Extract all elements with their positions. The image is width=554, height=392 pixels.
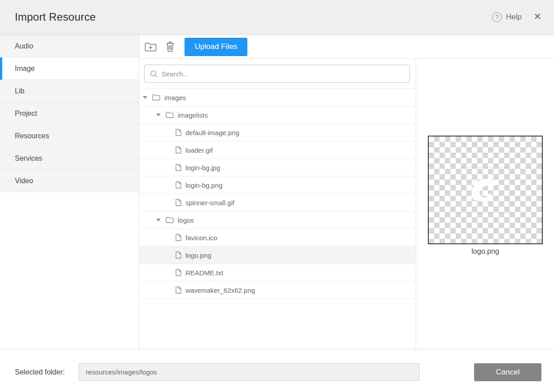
tree-row-logos[interactable]: logos	[139, 211, 416, 229]
tree-item-label: logos	[178, 216, 194, 224]
trash-icon	[166, 41, 175, 52]
preview-caption: logo.png	[428, 247, 543, 255]
selected-folder-label: Selected folder:	[15, 363, 65, 381]
tree-row-readme-txt[interactable]: README.txt	[139, 264, 416, 282]
file-icon	[176, 269, 181, 276]
tree-item-label: login-bg.jpg	[185, 164, 220, 172]
tree-row-login-bg-png[interactable]: login-bg.png	[139, 176, 416, 194]
upload-files-button[interactable]: Upload Files	[185, 38, 247, 56]
sidebar-item-video[interactable]: Video	[0, 170, 139, 192]
sidebar-item-audio[interactable]: Audio	[0, 35, 139, 57]
tree-item-label: logo.png	[185, 251, 211, 259]
sidebar-item-lib[interactable]: Lib	[0, 80, 139, 102]
file-icon	[176, 199, 181, 206]
tree-item-label: default-image.png	[185, 129, 239, 137]
tree-row-imagelists[interactable]: imagelists	[139, 106, 416, 124]
page-title: Import Resource	[15, 11, 96, 23]
dialog-footer: Selected folder: Cancel	[0, 349, 554, 392]
tree-row-default-image-png[interactable]: default-image.png	[139, 124, 416, 141]
file-tree: images imagelists default-image.png load…	[139, 89, 416, 299]
tree-item-label: favicon.ico	[185, 234, 217, 242]
delete-button[interactable]	[166, 41, 175, 52]
selected-folder-input[interactable]	[79, 363, 420, 381]
file-icon	[176, 286, 181, 294]
caret-down-icon[interactable]	[143, 96, 147, 99]
sidebar-item-label: Image	[15, 65, 35, 73]
tree-item-label: login-bg.png	[185, 181, 223, 189]
tree-item-label: imagelists	[178, 111, 208, 119]
sidebar-item-label: Video	[15, 177, 33, 185]
file-icon	[176, 234, 181, 241]
tree-item-label: spinner-small.gif	[185, 199, 234, 207]
sidebar-item-services[interactable]: Services	[0, 147, 139, 170]
file-tree-panel: images imagelists default-image.png load…	[139, 59, 416, 349]
file-icon	[176, 251, 181, 259]
sidebar-item-image[interactable]: Image	[0, 57, 139, 80]
tree-item-label: README.txt	[185, 269, 223, 277]
folder-icon	[152, 94, 160, 101]
sidebar-item-project[interactable]: Project	[0, 102, 139, 125]
search-bar	[139, 59, 416, 89]
help-icon: ?	[492, 12, 502, 22]
sidebar-item-label: Lib	[15, 87, 24, 95]
dialog-header: Import Resource ? Help ✕	[0, 0, 554, 35]
image-preview	[428, 136, 543, 244]
help-label: Help	[506, 13, 522, 22]
sidebar-item-label: Resources	[15, 132, 49, 140]
toolbar: Upload Files	[139, 35, 554, 59]
sidebar-item-label: Services	[15, 154, 42, 163]
sidebar-item-label: Audio	[15, 42, 33, 50]
tree-row-login-bg-jpg[interactable]: login-bg.jpg	[139, 159, 416, 176]
tree-item-label: loader.gif	[185, 146, 213, 154]
cancel-button[interactable]: Cancel	[474, 363, 541, 381]
preview-panel: logo.png	[416, 59, 554, 349]
folder-icon	[166, 217, 174, 223]
sidebar-item-label: Project	[15, 110, 37, 118]
folder-plus-icon	[145, 42, 157, 52]
help-button[interactable]: ? Help	[492, 12, 522, 22]
tree-row-logo-png[interactable]: logo.png	[139, 247, 416, 264]
caret-down-icon[interactable]	[156, 219, 161, 221]
tree-row-spinner-small-gif[interactable]: spinner-small.gif	[139, 194, 416, 211]
close-icon[interactable]: ✕	[533, 12, 541, 21]
file-icon	[176, 164, 181, 171]
tree-row-images[interactable]: images	[139, 89, 416, 106]
file-icon	[176, 129, 181, 136]
sidebar-item-resources[interactable]: Resources	[0, 125, 139, 147]
logo-image	[467, 173, 503, 207]
sidebar: Audio Image Lib Project Resources Servic…	[0, 35, 139, 349]
folder-icon	[166, 112, 174, 118]
tree-item-label: wavemaker_62x62.png	[185, 286, 255, 294]
new-folder-button[interactable]	[145, 42, 157, 52]
tree-item-label: images	[164, 94, 186, 101]
tree-row-favicon-ico[interactable]: favicon.ico	[139, 229, 416, 247]
file-icon	[176, 181, 181, 189]
content-area: Upload Files images	[139, 35, 554, 349]
file-icon	[176, 146, 181, 154]
caret-down-icon[interactable]	[156, 114, 161, 116]
import-resource-dialog: Import Resource ? Help ✕ Audio Image Lib…	[0, 0, 554, 392]
search-input[interactable]	[145, 65, 409, 82]
tree-row-wavemaker-62x62-png[interactable]: wavemaker_62x62.png	[139, 282, 416, 299]
search-box	[144, 65, 410, 83]
tree-row-loader-gif[interactable]: loader.gif	[139, 141, 416, 159]
